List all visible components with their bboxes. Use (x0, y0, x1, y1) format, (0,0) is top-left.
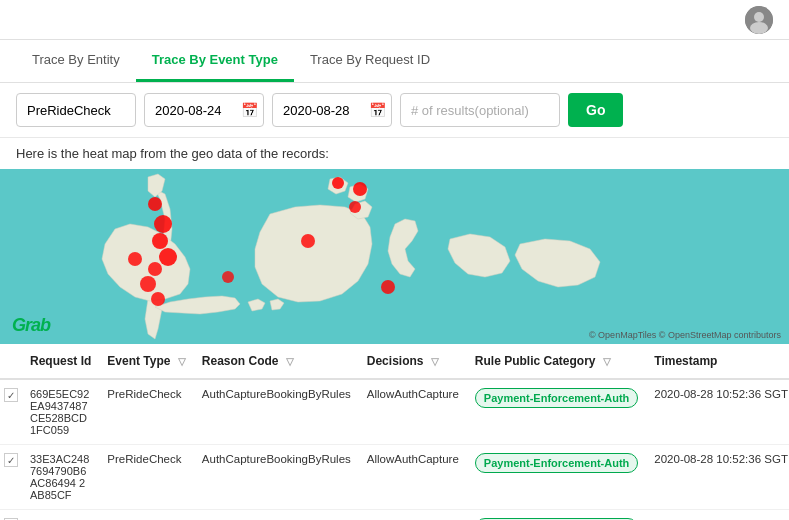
results-table: Request Id Event Type ▽ Reason Code ▽ De… (0, 344, 789, 520)
checkbox-0[interactable]: ✓ (4, 388, 18, 402)
col-label-timestamp: Timestamp (654, 354, 717, 368)
results-select[interactable]: # of results(optional) 10 25 50 100 (400, 93, 560, 127)
svg-point-11 (332, 177, 344, 189)
controls-row: PreRideCheck 📅 📅 # of results(optional) … (0, 83, 789, 138)
grab-logo: Grab (12, 315, 50, 336)
svg-point-10 (151, 292, 165, 306)
table-row: ✓ 33E3AC2487694790B6AC86494 2AB85CF PreR… (0, 445, 789, 510)
svg-point-15 (128, 252, 142, 266)
tab-trace-by-event-type[interactable]: Trace By Event Type (136, 40, 294, 82)
svg-point-13 (349, 201, 361, 213)
event-type-select[interactable]: PreRideCheck (16, 93, 136, 127)
date-to-input[interactable] (272, 93, 392, 127)
svg-point-5 (154, 215, 172, 233)
results-table-container: Request Id Event Type ▽ Reason Code ▽ De… (0, 344, 789, 520)
cell-event-type-0: PreRideCheck (99, 379, 193, 445)
date-to-wrap: 📅 (272, 93, 392, 127)
map-svg (0, 169, 789, 344)
date-from-wrap: 📅 (144, 93, 264, 127)
map-container: Grab © OpenMapTiles © OpenStreetMap cont… (0, 169, 789, 344)
cell-rule-category-1: Payment-Enforcement-Auth (467, 445, 646, 510)
cell-decisions-1: AllowAuthCapture (359, 445, 467, 510)
col-label-request-id: Request Id (30, 354, 91, 368)
cell-rule-category-0: Payment-Enforcement-Auth (467, 379, 646, 445)
filter-reason-code-icon[interactable]: ▽ (286, 356, 294, 367)
tabs-bar: Trace By Entity Trace By Event Type Trac… (0, 40, 789, 83)
svg-point-2 (750, 22, 768, 34)
cell-decisions-0: AllowAuthCapture (359, 379, 467, 445)
row-checkbox-1[interactable]: ✓ (0, 445, 22, 510)
event-type-select-wrap: PreRideCheck (16, 93, 136, 127)
col-label-event-type: Event Type (107, 354, 170, 368)
cell-reason-code-0: AuthCaptureBookingByRules (194, 379, 359, 445)
cell-rule-category-2: Payment-Enforcement-Auth (467, 510, 646, 521)
svg-point-6 (152, 233, 168, 249)
col-header-reason-code: Reason Code ▽ (194, 344, 359, 379)
filter-rule-category-icon[interactable]: ▽ (603, 356, 611, 367)
checkbox-header (0, 344, 22, 379)
cell-decisions-2: AllowAuthCapture (359, 510, 467, 521)
svg-point-17 (222, 271, 234, 283)
date-from-input[interactable] (144, 93, 264, 127)
col-label-decisions: Decisions (367, 354, 424, 368)
col-header-rule-category: Rule Public Category ▽ (467, 344, 646, 379)
col-header-event-type: Event Type ▽ (99, 344, 193, 379)
filter-event-type-icon[interactable]: ▽ (178, 356, 186, 367)
svg-point-8 (148, 262, 162, 276)
rule-category-badge-1: Payment-Enforcement-Auth (475, 453, 638, 473)
svg-point-4 (148, 197, 162, 211)
table-row: ✓ B747DDB82C1D433090F380B9 1265305 PreRi… (0, 510, 789, 521)
filter-decisions-icon[interactable]: ▽ (431, 356, 439, 367)
tab-trace-by-entity[interactable]: Trace By Entity (16, 40, 136, 82)
cell-timestamp-1: 2020-08-28 10:52:36 SGT (646, 445, 789, 510)
go-button[interactable]: Go (568, 93, 623, 127)
svg-point-7 (159, 248, 177, 266)
cell-reason-code-1: AuthCaptureBookingByRules (194, 445, 359, 510)
cell-timestamp-2: 2020-08-28 10:52:3... (646, 510, 789, 521)
col-header-request-id: Request Id (22, 344, 99, 379)
table-header-row: Request Id Event Type ▽ Reason Code ▽ De… (0, 344, 789, 379)
cell-request-id-2: B747DDB82C1D433090F380B9 1265305 (22, 510, 99, 521)
map-credit: © OpenMapTiles © OpenStreetMap contribut… (589, 330, 781, 340)
cell-request-id-1: 33E3AC2487694790B6AC86494 2AB85CF (22, 445, 99, 510)
svg-point-12 (353, 182, 367, 196)
col-label-reason-code: Reason Code (202, 354, 279, 368)
cell-reason-code-2: AuthCaptureBookingByRules (194, 510, 359, 521)
col-header-timestamp: Timestamp (646, 344, 789, 379)
cell-timestamp-0: 2020-08-28 10:52:36 SGT (646, 379, 789, 445)
cell-event-type-1: PreRideCheck (99, 445, 193, 510)
rule-category-badge-0: Payment-Enforcement-Auth (475, 388, 638, 408)
checkbox-1[interactable]: ✓ (4, 453, 18, 467)
tab-trace-by-request-id[interactable]: Trace By Request ID (294, 40, 446, 82)
row-checkbox-0[interactable]: ✓ (0, 379, 22, 445)
top-bar (0, 0, 789, 40)
table-row: ✓ 669E5EC92EA9437487CE528BCD1FC059 PreRi… (0, 379, 789, 445)
map-label: Here is the heat map from the geo data o… (0, 138, 789, 169)
svg-point-16 (381, 280, 395, 294)
cell-event-type-2: PreRideCheck (99, 510, 193, 521)
col-label-rule-category: Rule Public Category (475, 354, 596, 368)
col-header-decisions: Decisions ▽ (359, 344, 467, 379)
row-checkbox-2[interactable]: ✓ (0, 510, 22, 521)
svg-point-1 (754, 12, 764, 22)
svg-point-9 (140, 276, 156, 292)
avatar (745, 6, 773, 34)
svg-point-14 (301, 234, 315, 248)
cell-request-id-0: 669E5EC92EA9437487CE528BCD1FC059 (22, 379, 99, 445)
